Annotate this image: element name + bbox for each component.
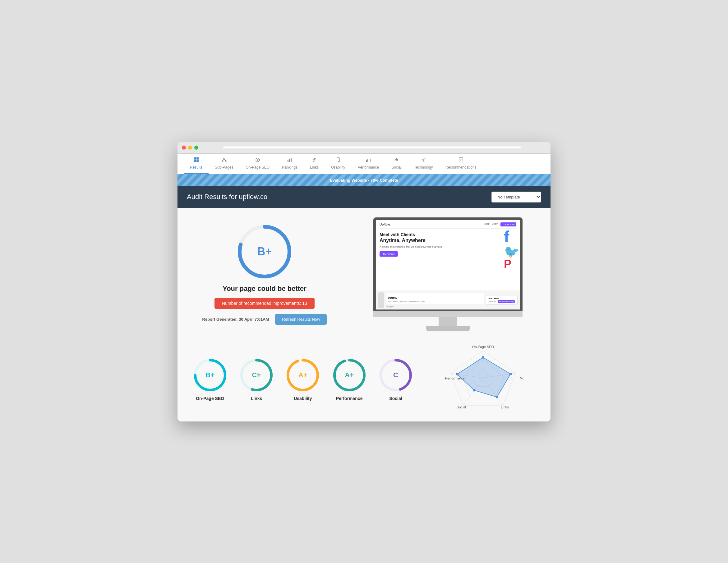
svg-rect-12 bbox=[289, 159, 290, 162]
tab-performance[interactable]: Performance bbox=[352, 154, 385, 174]
tab-onpage-label: On-Page SEO bbox=[246, 165, 270, 169]
titlebar bbox=[177, 142, 551, 154]
svg-point-5 bbox=[222, 160, 223, 162]
score-cards: B+ On-Page SEO C+ Links bbox=[187, 355, 419, 401]
minimize-dot[interactable] bbox=[188, 145, 192, 150]
report-date: Report Generated: 30 April 7:01AM bbox=[202, 317, 269, 322]
results-icon bbox=[194, 157, 199, 164]
tab-subpages[interactable]: Sub-Pages bbox=[209, 154, 239, 174]
usability-label: Usability bbox=[294, 396, 312, 401]
technology-icon bbox=[421, 157, 426, 164]
report-row: Report Generated: 30 April 7:01AM Refres… bbox=[202, 314, 327, 325]
svg-point-4 bbox=[223, 158, 225, 159]
onpage-circle: B+ bbox=[193, 358, 227, 392]
tab-recommendations-label: Recommendations bbox=[445, 165, 477, 169]
svg-rect-11 bbox=[288, 160, 288, 162]
svg-rect-16 bbox=[366, 160, 367, 162]
monitor-stand-base bbox=[426, 326, 470, 331]
tab-results[interactable]: Results bbox=[184, 154, 209, 174]
svg-rect-1 bbox=[196, 157, 199, 159]
score-card-usability: A+ Usability bbox=[280, 358, 326, 401]
subpages-icon bbox=[222, 157, 227, 164]
tab-rankings[interactable]: Rankings bbox=[276, 154, 304, 174]
svg-point-9 bbox=[256, 158, 260, 162]
tab-results-label: Results bbox=[190, 165, 202, 169]
tab-usability[interactable]: Usability bbox=[325, 154, 351, 174]
main-grade-label: B+ bbox=[257, 245, 272, 258]
onpage-label: On-Page SEO bbox=[196, 396, 224, 401]
improvements-badge: Number of recommended improvements: 13 bbox=[214, 298, 315, 309]
monitor-screen: Upflow. Blog Login Try for free bbox=[373, 217, 523, 311]
maximize-dot[interactable] bbox=[194, 145, 198, 150]
svg-text:Mobile & UI: Mobile & UI bbox=[520, 376, 523, 380]
performance-label: Performance bbox=[336, 396, 363, 401]
recommendations-icon bbox=[458, 157, 463, 164]
nav-tabs: Results Sub-Pages On-Page SEO Rankings L… bbox=[177, 154, 551, 174]
header-bar: Audit Results for upflow.co No Template … bbox=[177, 186, 551, 208]
score-card-links: C+ Links bbox=[233, 358, 279, 401]
tab-technology-label: Technology bbox=[414, 165, 433, 169]
svg-point-55 bbox=[456, 373, 458, 376]
svg-rect-0 bbox=[194, 157, 196, 159]
main-grade-circle: B+ bbox=[237, 224, 293, 279]
progress-bar: Evaluating Website - 78% Complete bbox=[177, 174, 551, 186]
spider-chart: On-Page SEO Mobile & UI Links Social Per… bbox=[443, 344, 523, 412]
refresh-button[interactable]: Refresh Results Now bbox=[275, 314, 327, 325]
score-card-onpage: B+ On-Page SEO bbox=[187, 358, 233, 401]
svg-point-6 bbox=[225, 160, 226, 162]
app-window: Results Sub-Pages On-Page SEO Rankings L… bbox=[177, 142, 551, 422]
website-preview: Upflow. Blog Login Try for free bbox=[376, 220, 520, 310]
url-bar[interactable] bbox=[223, 146, 521, 148]
usability-icon bbox=[336, 157, 341, 164]
links-label: Links bbox=[251, 396, 262, 401]
tab-links-label: Links bbox=[310, 165, 319, 169]
tab-performance-label: Performance bbox=[358, 165, 379, 169]
svg-line-8 bbox=[224, 159, 226, 160]
tab-links[interactable]: Links bbox=[304, 154, 325, 174]
onpage-grade: B+ bbox=[205, 371, 214, 379]
svg-point-51 bbox=[482, 356, 484, 359]
svg-point-52 bbox=[509, 373, 512, 375]
social-circle: C bbox=[379, 358, 413, 392]
tab-technology[interactable]: Technology bbox=[408, 154, 439, 174]
grade-message: Your page could be better bbox=[223, 285, 306, 293]
svg-text:Links: Links bbox=[501, 405, 509, 409]
tab-rankings-label: Rankings bbox=[282, 165, 297, 169]
svg-point-54 bbox=[473, 389, 476, 391]
template-select[interactable]: No Template Template 1 Template 2 bbox=[491, 191, 541, 202]
tab-social[interactable]: Social bbox=[385, 154, 408, 174]
social-icon bbox=[394, 157, 399, 164]
performance-icon bbox=[366, 157, 371, 164]
tab-subpages-label: Sub-Pages bbox=[215, 165, 233, 169]
monitor-stand-top bbox=[373, 311, 523, 317]
close-dot[interactable] bbox=[182, 145, 186, 150]
score-card-social: C Social bbox=[372, 358, 419, 401]
svg-rect-13 bbox=[291, 158, 292, 162]
svg-point-10 bbox=[257, 159, 258, 160]
svg-rect-18 bbox=[369, 158, 369, 162]
monitor: Upflow. Blog Login Try for free bbox=[373, 217, 523, 331]
bottom-row: B+ On-Page SEO C+ Links bbox=[187, 344, 541, 412]
svg-point-53 bbox=[496, 396, 498, 398]
svg-text:On-Page SEO: On-Page SEO bbox=[472, 345, 494, 349]
svg-line-7 bbox=[223, 159, 224, 160]
svg-marker-50 bbox=[457, 358, 511, 397]
usability-circle: A+ bbox=[286, 358, 320, 392]
screenshot-section: Upflow. Blog Login Try for free bbox=[355, 217, 541, 331]
top-section: B+ Your page could be better Number of r… bbox=[187, 217, 541, 331]
score-card-performance: A+ Performance bbox=[326, 358, 372, 401]
svg-rect-19 bbox=[370, 159, 371, 162]
tab-onpage[interactable]: On-Page SEO bbox=[239, 154, 276, 174]
links-icon bbox=[312, 157, 317, 164]
svg-rect-2 bbox=[194, 160, 196, 162]
tab-recommendations[interactable]: Recommendations bbox=[439, 154, 483, 174]
svg-rect-17 bbox=[367, 159, 368, 162]
page-title: Audit Results for upflow.co bbox=[187, 193, 267, 201]
tab-social-label: Social bbox=[391, 165, 402, 169]
social-grade: C bbox=[393, 371, 398, 379]
svg-text:Social: Social bbox=[457, 405, 466, 409]
spider-chart-section: On-Page SEO Mobile & UI Links Social Per… bbox=[425, 344, 541, 412]
onpage-icon bbox=[255, 157, 260, 164]
links-grade: C+ bbox=[252, 371, 261, 379]
progress-text: Evaluating Website - 78% Complete bbox=[330, 178, 398, 182]
